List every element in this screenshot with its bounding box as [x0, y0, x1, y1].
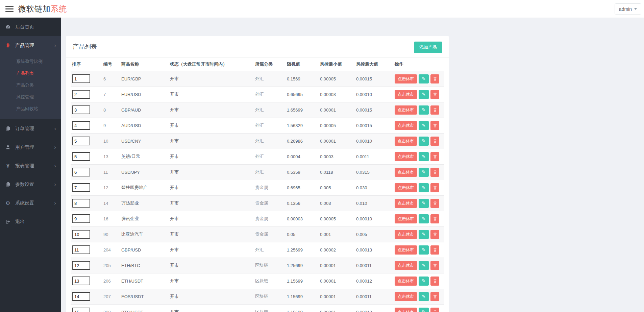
delete-button[interactable] — [430, 168, 439, 177]
edit-button[interactable]: ✎ — [419, 261, 429, 270]
delete-button[interactable] — [430, 199, 439, 208]
product-category: 外汇 — [254, 87, 286, 102]
market-close-button[interactable]: 点击休市 — [395, 292, 417, 301]
market-close-button[interactable]: 点击休市 — [395, 245, 417, 255]
delete-button[interactable] — [430, 152, 439, 161]
sidebar-item-parameter-settings[interactable]: 参数设置› — [0, 175, 61, 194]
sort-input[interactable] — [72, 308, 90, 312]
sort-input[interactable] — [72, 214, 90, 223]
sort-input[interactable] — [72, 105, 90, 114]
market-close-button[interactable]: 点击休市 — [395, 152, 417, 161]
sidebar-item-user-management[interactable]: 用户管理› — [0, 138, 61, 157]
app-logo[interactable]: 微软链加系统 — [18, 4, 67, 14]
edit-button[interactable]: ✎ — [419, 90, 429, 99]
market-close-button[interactable]: 点击休市 — [395, 199, 417, 208]
risk-min-value: 0.00001 — [319, 133, 355, 149]
delete-button[interactable] — [430, 90, 439, 99]
sort-input[interactable] — [72, 183, 90, 192]
sidebar-item-order-management[interactable]: 订单管理› — [0, 119, 61, 138]
hamburger-menu-icon[interactable] — [5, 5, 14, 13]
market-close-button[interactable]: 点击休市 — [395, 137, 417, 146]
sort-input[interactable] — [72, 277, 90, 285]
sort-input[interactable] — [72, 90, 90, 99]
sidebar-item-report-management[interactable]: ¥报表管理› — [0, 157, 61, 175]
pencil-icon: ✎ — [422, 107, 426, 113]
product-status: 开市 — [169, 118, 254, 133]
admin-dropdown[interactable]: admin — [615, 3, 641, 15]
delete-button[interactable] — [430, 74, 439, 83]
market-close-button[interactable]: 点击休市 — [395, 74, 417, 83]
edit-button[interactable]: ✎ — [419, 152, 429, 161]
risk-max-value: 0.00015 — [355, 118, 393, 133]
edit-button[interactable]: ✎ — [419, 121, 429, 130]
sort-input[interactable] — [72, 245, 90, 254]
delete-button[interactable] — [430, 245, 439, 255]
market-close-button[interactable]: 点击休市 — [395, 168, 417, 177]
market-close-button[interactable]: 点击休市 — [395, 230, 417, 239]
delete-button[interactable] — [430, 137, 439, 146]
sort-input[interactable] — [72, 137, 90, 145]
delete-button[interactable] — [430, 121, 439, 130]
sidebar-subitem-product-category[interactable]: 产品分类 — [0, 79, 61, 91]
edit-button[interactable]: ✎ — [419, 199, 429, 208]
market-close-button[interactable]: 点击休市 — [395, 183, 417, 192]
edit-button[interactable]: ✎ — [419, 105, 429, 115]
sidebar-item-home[interactable]: 后台首页 — [0, 18, 61, 36]
sidebar-subitem-product-list[interactable]: 产品列表 — [0, 67, 61, 79]
edit-button[interactable]: ✎ — [419, 230, 429, 239]
sidebar-item-product-management[interactable]: 产品管理› — [0, 36, 61, 55]
edit-button[interactable]: ✎ — [419, 245, 429, 255]
sort-input[interactable] — [72, 230, 90, 239]
random-value: 0.00003 — [286, 211, 319, 226]
delete-button[interactable] — [430, 261, 439, 270]
operations-cell: 点击休市✎ — [393, 118, 444, 133]
sidebar-subitem-product-recycle-bin[interactable]: 产品回收站 — [0, 103, 61, 115]
random-value: 1.25699 — [286, 258, 319, 273]
delete-button[interactable] — [430, 105, 439, 115]
operations-cell: 点击休市✎ — [393, 226, 444, 242]
edit-button[interactable]: ✎ — [419, 292, 429, 301]
table-row: 16腾讯企业开市贵金属0.000030.000050.00010点击休市✎ — [71, 211, 444, 226]
delete-button[interactable] — [430, 214, 439, 223]
sort-input[interactable] — [72, 199, 90, 208]
table-row: 11USD/JPY开市外汇0.53590.01180.0315点击休市✎ — [71, 164, 444, 180]
market-close-button[interactable]: 点击休市 — [395, 214, 417, 223]
market-close-button[interactable]: 点击休市 — [395, 105, 417, 115]
market-close-button[interactable]: 点击休市 — [395, 277, 417, 286]
sidebar-item-logout[interactable]: 退出 — [0, 212, 61, 231]
table-row: 9AUD/USD开市外汇1.563290.000050.00015点击休市✎ — [71, 118, 444, 133]
random-value: 1.25699 — [286, 242, 319, 258]
delete-button[interactable] — [430, 292, 439, 301]
edit-button[interactable]: ✎ — [419, 168, 429, 177]
sidebar-item-system-settings[interactable]: ⚙系统设置› — [0, 194, 61, 212]
product-name: EUR/USD — [120, 87, 169, 102]
sort-input[interactable] — [72, 121, 90, 130]
edit-button[interactable]: ✎ — [419, 277, 429, 286]
product-category: 外汇 — [254, 164, 286, 180]
delete-button[interactable] — [430, 230, 439, 239]
sort-input[interactable] — [72, 292, 90, 301]
edit-button[interactable]: ✎ — [419, 74, 429, 83]
edit-button[interactable]: ✎ — [419, 137, 429, 146]
sidebar-subitem-profit-ratio[interactable]: 系统盈亏比例 — [0, 55, 61, 67]
sort-input[interactable] — [72, 261, 90, 270]
delete-button[interactable] — [430, 277, 439, 286]
market-close-button[interactable]: 点击休市 — [395, 90, 417, 99]
market-close-button[interactable]: 点击休市 — [395, 261, 417, 270]
sort-input[interactable] — [72, 168, 90, 176]
trash-icon — [433, 185, 437, 190]
sidebar-subitem-risk-management[interactable]: 风控管理 — [0, 91, 61, 103]
market-close-button[interactable]: 点击休市 — [395, 308, 417, 312]
market-close-button[interactable]: 点击休市 — [395, 121, 417, 130]
sort-input[interactable] — [72, 74, 90, 83]
product-id: 10 — [102, 133, 120, 149]
sort-cell — [71, 258, 102, 273]
delete-button[interactable] — [430, 183, 439, 192]
add-product-button[interactable]: 添加产品 — [414, 42, 442, 53]
edit-button[interactable]: ✎ — [419, 183, 429, 192]
edit-button[interactable]: ✎ — [419, 308, 429, 312]
delete-button[interactable] — [430, 308, 439, 312]
sidebar-group-product-management: 产品管理›系统盈亏比例产品列表产品分类风控管理产品回收站 — [0, 36, 61, 119]
edit-button[interactable]: ✎ — [419, 214, 429, 223]
sort-input[interactable] — [72, 152, 90, 161]
